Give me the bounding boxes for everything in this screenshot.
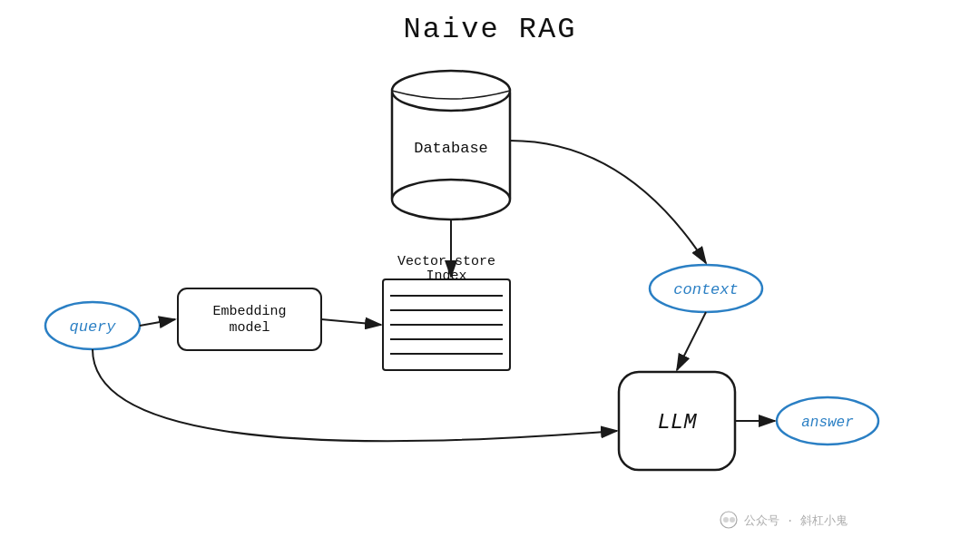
svg-rect-4 [383, 279, 510, 370]
svg-rect-19 [619, 372, 735, 470]
svg-text:Vector store: Vector store [397, 254, 495, 269]
svg-line-26 [677, 312, 706, 370]
svg-line-24 [140, 319, 175, 326]
diagram-container: Naive RAG Database Vector store Index qu… [0, 0, 980, 547]
svg-point-30 [720, 512, 737, 528]
svg-text:model: model [229, 320, 270, 336]
svg-text:LLM: LLM [657, 410, 697, 435]
svg-text:Embedding: Embedding [212, 304, 286, 319]
svg-text:Database: Database [414, 140, 488, 157]
svg-point-2 [392, 180, 510, 220]
svg-text:answer: answer [801, 415, 854, 431]
svg-text:context: context [673, 281, 738, 298]
page-title: Naive RAG [0, 13, 980, 46]
svg-point-31 [723, 517, 729, 523]
svg-point-17 [650, 265, 762, 312]
svg-point-21 [777, 397, 878, 444]
svg-point-12 [45, 302, 140, 349]
svg-text:公众号 · 斜杠小鬼: 公众号 · 斜杠小鬼 [744, 514, 848, 528]
svg-rect-14 [178, 288, 321, 350]
svg-rect-0 [392, 91, 510, 200]
svg-point-1 [392, 71, 510, 111]
svg-line-25 [321, 319, 381, 325]
svg-text:query: query [69, 318, 116, 336]
diagram-svg: Database Vector store Index query Embedd… [0, 0, 980, 547]
svg-point-32 [730, 517, 735, 523]
svg-text:Index: Index [426, 269, 466, 284]
